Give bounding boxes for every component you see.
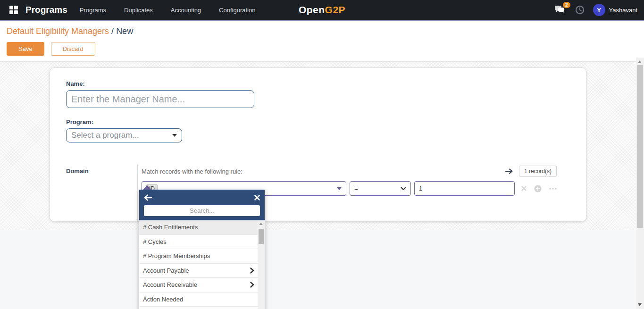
domain-label-cell: Domain [66, 165, 137, 222]
clock-icon [575, 5, 585, 15]
page-lower-background [0, 230, 636, 309]
nav-item-programs[interactable]: Programs [80, 7, 106, 14]
field-option[interactable]: Activities [139, 307, 265, 309]
name-label: Name: [66, 80, 572, 87]
arrow-right-icon [505, 168, 513, 174]
field-picker-dropdown: # Cash Entitlements # Cycles # Program M… [139, 190, 265, 309]
domain-operator-select[interactable]: = [350, 181, 411, 196]
domain-operator-value: = [354, 185, 401, 192]
chevron-right-icon [250, 267, 254, 274]
domain-rule-text: Match records with the following rule: [142, 168, 505, 175]
field-option[interactable]: Account Receivable [139, 278, 265, 292]
domain-leaf-actions [521, 185, 557, 192]
domain-rule-header: Match records with the following rule: 1… [142, 166, 557, 177]
breadcrumb-separator: / [109, 26, 116, 36]
form-view-background: Name: Program: Select a program... Domai… [0, 62, 636, 230]
dropdown-scrollbar[interactable] [258, 220, 265, 309]
program-select[interactable]: Select a program... [66, 128, 182, 142]
field-option[interactable]: # Program Memberships [139, 249, 265, 264]
messages-button[interactable]: 2 [554, 5, 567, 15]
activities-button[interactable] [575, 5, 585, 15]
field-option-list: # Cash Entitlements # Cycles # Program M… [139, 220, 265, 309]
action-button-bar: Save Discard [0, 36, 636, 62]
page: Programs Programs Duplicates Accounting … [0, 0, 644, 309]
user-avatar: Y [593, 4, 605, 16]
dropdown-pointer [143, 185, 151, 190]
breadcrumb-parent-link[interactable]: Default Eligibility Managers [7, 26, 109, 36]
scroll-up-arrow-icon[interactable] [638, 60, 642, 63]
back-arrow-icon[interactable] [144, 194, 152, 201]
nav-item-configuration[interactable]: Configuration [219, 7, 255, 14]
add-rule-icon[interactable] [534, 185, 542, 192]
delete-rule-icon[interactable] [521, 186, 527, 191]
main-area: Default Eligibility Managers / New Save … [0, 21, 636, 309]
apps-grid-icon [9, 6, 18, 14]
breadcrumb: Default Eligibility Managers / New [0, 21, 636, 36]
program-field-group: Program: Select a program... [66, 118, 572, 142]
caret-down-icon [337, 187, 342, 190]
page-scrollbar[interactable] [636, 22, 644, 309]
chevron-right-icon [250, 282, 254, 288]
dropdown-header [139, 190, 265, 220]
apps-menu-button[interactable] [7, 3, 21, 17]
navbar-menu: Programs Duplicates Accounting Configura… [80, 7, 256, 14]
program-label: Program: [66, 118, 572, 125]
add-branch-icon[interactable] [549, 188, 557, 190]
nav-item-duplicates[interactable]: Duplicates [124, 7, 153, 14]
field-option[interactable]: Action Needed [139, 292, 265, 307]
breadcrumb-current: New [116, 26, 133, 36]
navbar-left: Programs Programs Duplicates Accounting … [7, 3, 255, 17]
save-button[interactable]: Save [7, 42, 44, 56]
top-navbar: Programs Programs Duplicates Accounting … [0, 0, 644, 21]
user-menu[interactable]: Y Yashavant [593, 4, 637, 16]
domain-label: Domain [66, 167, 89, 175]
dropdown-scrollbar-thumb[interactable] [259, 229, 264, 244]
records-count-button[interactable]: 1 record(s) [519, 166, 557, 177]
form-sheet: Name: Program: Select a program... Domai… [50, 67, 586, 222]
manager-name-input[interactable] [66, 90, 254, 108]
app-title[interactable]: Programs [25, 5, 67, 15]
page-scrollbar-thumb[interactable] [637, 65, 643, 228]
program-select-value: Select a program... [71, 131, 172, 140]
field-option[interactable]: Account Payable [139, 264, 265, 278]
nav-item-accounting[interactable]: Accounting [171, 7, 201, 14]
message-count-badge: 2 [563, 2, 570, 8]
discard-button[interactable]: Discard [51, 42, 95, 56]
navbar-systray: 2 Y Yashavant [554, 4, 637, 16]
user-name: Yashavant [609, 7, 637, 14]
field-option[interactable]: # Cash Entitlements [139, 220, 265, 235]
close-icon[interactable] [254, 195, 260, 200]
chevron-down-icon [401, 187, 406, 191]
domain-value-input[interactable] [414, 181, 515, 196]
scroll-down-arrow-icon[interactable] [638, 303, 642, 306]
field-search-input[interactable] [144, 205, 260, 216]
scroll-up-arrow-icon[interactable] [259, 223, 263, 225]
name-field-group: Name: [66, 80, 572, 108]
field-option[interactable]: # Cycles [139, 235, 265, 250]
caret-down-icon [172, 134, 177, 137]
